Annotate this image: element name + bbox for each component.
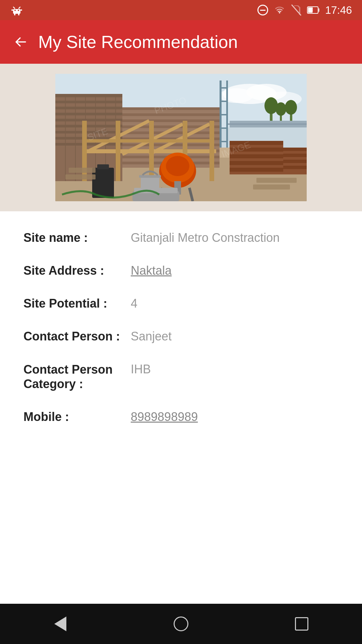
svg-rect-30 [220, 141, 228, 142]
svg-rect-91 [283, 160, 307, 163]
wifi-icon [274, 4, 286, 16]
svg-point-2 [18, 10, 19, 11]
mobile-label: Mobile : [23, 410, 131, 424]
contact-category-label: Contact PersonCategory : [23, 362, 131, 391]
site-potential-label: Site Potential : [23, 297, 131, 311]
dnd-icon [257, 5, 268, 15]
svg-rect-27 [220, 101, 228, 102]
status-bar-right: 17:46 [257, 4, 352, 16]
svg-rect-10 [318, 8, 319, 12]
status-time: 17:46 [325, 4, 352, 16]
site-address-row: Site Address : Naktala [23, 254, 339, 287]
svg-rect-71 [97, 164, 109, 169]
contact-category-value: IHB [131, 362, 339, 376]
nav-back-button[interactable] [44, 607, 77, 641]
mobile-row: Mobile : 8989898989 [23, 400, 339, 433]
main-content: SITE PHOTO IMAGE Site name : Gitanjali M… [0, 64, 362, 604]
svg-line-4 [19, 7, 20, 8]
svg-rect-29 [220, 127, 228, 129]
svg-point-19 [264, 97, 278, 114]
back-button[interactable] [13, 35, 28, 49]
svg-line-3 [13, 7, 15, 8]
svg-rect-66 [116, 121, 120, 181]
status-bar-left [10, 3, 23, 17]
page-title: My Site Recommendation [38, 32, 238, 52]
svg-point-23 [285, 100, 297, 115]
svg-rect-94 [65, 174, 96, 179]
svg-point-21 [276, 102, 286, 116]
svg-rect-98 [228, 123, 307, 125]
bottom-nav [0, 604, 362, 644]
contact-person-value: Sanjeet [131, 329, 339, 343]
details-section: Site name : Gitanjali Metro Constraction… [0, 211, 362, 443]
battery-icon [307, 5, 320, 15]
home-nav-icon [174, 616, 188, 631]
svg-rect-92 [283, 166, 307, 169]
svg-rect-87 [230, 168, 283, 172]
svg-rect-69 [209, 121, 214, 181]
svg-rect-86 [230, 161, 283, 165]
svg-rect-0 [13, 9, 20, 14]
site-name-value: Gitanjali Metro Constraction [131, 231, 339, 245]
site-address-label: Site Address : [23, 264, 131, 278]
svg-point-74 [166, 156, 189, 176]
contact-person-row: Contact Person : Sanjeet [23, 320, 339, 353]
svg-rect-85 [230, 154, 283, 158]
svg-point-1 [14, 10, 16, 11]
svg-rect-64 [82, 139, 209, 143]
site-image: SITE PHOTO IMAGE [55, 74, 307, 201]
svg-rect-93 [69, 168, 96, 173]
site-name-row: Site name : Gitanjali Metro Constraction [23, 221, 339, 254]
svg-rect-54 [122, 131, 220, 134]
svg-rect-11 [308, 7, 313, 13]
svg-rect-90 [283, 154, 307, 157]
mobile-value[interactable]: 8989898989 [131, 410, 339, 424]
svg-rect-51 [122, 113, 220, 116]
svg-rect-96 [253, 184, 290, 190]
svg-rect-6 [18, 13, 19, 15]
site-potential-value: 4 [131, 297, 339, 311]
site-potential-row: Site Potential : 4 [23, 287, 339, 320]
svg-rect-79 [139, 175, 161, 178]
contact-person-label: Contact Person : [23, 329, 131, 343]
nav-recent-button[interactable] [285, 607, 318, 641]
site-address-value[interactable]: Naktala [131, 264, 339, 278]
svg-rect-5 [14, 13, 15, 15]
android-logo-icon [10, 3, 23, 17]
site-image-container: SITE PHOTO IMAGE [0, 64, 362, 211]
back-nav-icon [54, 616, 66, 631]
app-bar: My Site Recommendation [0, 20, 362, 64]
site-name-label: Site name : [23, 231, 131, 245]
no-sim-icon [291, 4, 302, 16]
svg-rect-52 [122, 119, 220, 122]
svg-rect-7 [11, 9, 13, 11]
recent-nav-icon [295, 617, 308, 631]
nav-home-button[interactable] [164, 607, 198, 641]
svg-rect-28 [220, 114, 228, 115]
svg-rect-26 [220, 87, 228, 89]
status-bar: 17:46 [0, 0, 362, 20]
svg-rect-89 [283, 148, 307, 151]
svg-rect-8 [20, 9, 22, 11]
contact-category-row: Contact PersonCategory : IHB [23, 353, 339, 400]
svg-rect-95 [256, 178, 297, 183]
